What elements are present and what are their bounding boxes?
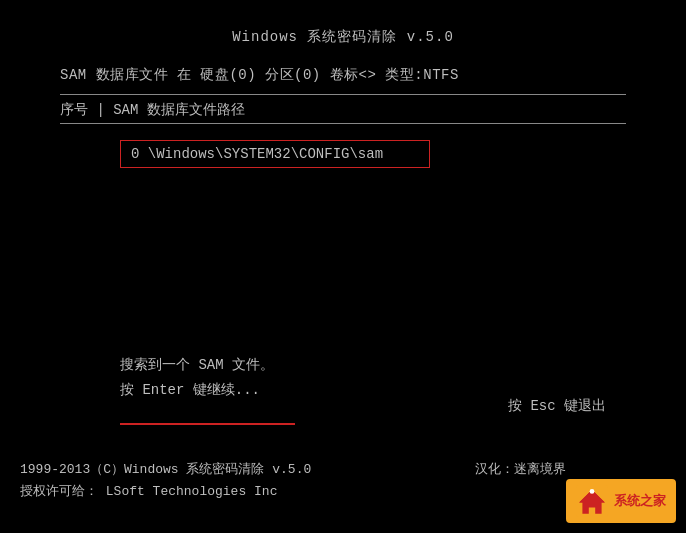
search-underline [120,423,295,425]
footer-left-line2: 授权许可给： LSoft Technologies Inc [20,481,311,503]
separator-2 [60,123,626,124]
watermark: 系统之家 [566,479,676,523]
table-row-selected[interactable]: 0 \Windows\SYSTEM32\CONFIG\sam [120,140,430,168]
house-icon [576,485,608,517]
row-id: 0 [131,146,148,162]
esc-hint-text: 按 Esc 键退出 [508,398,606,414]
footer-right-text: 汉化：迷离境界 [475,462,566,477]
title-bar: Windows 系统密码清除 v.5.0 [0,0,686,46]
info-line: SAM 数据库文件 在 硬盘(0) 分区(0) 卷标<> 类型:NTFS [0,66,686,84]
search-result-line1: 搜索到一个 SAM 文件。 [120,353,274,378]
search-result: 搜索到一个 SAM 文件。 按 Enter 键继续... [120,353,274,403]
watermark-text: 系统之家 [614,492,666,510]
footer-right: 汉化：迷离境界 [475,460,566,478]
table-header: 序号 | SAM 数据库文件路径 [0,95,686,119]
row-path: \Windows\SYSTEM32\CONFIG\sam [148,146,383,162]
svg-point-3 [590,489,595,494]
search-result-line2: 按 Enter 键继续... [120,378,274,403]
esc-hint: 按 Esc 键退出 [508,397,606,415]
title-text: Windows 系统密码清除 v.5.0 [232,29,454,45]
main-screen: Windows 系统密码清除 v.5.0 SAM 数据库文件 在 硬盘(0) 分… [0,0,686,533]
table-header-text: 序号 | SAM 数据库文件路径 [60,102,245,118]
footer-left-line1: 1999-2013（C）Windows 系统密码清除 v.5.0 [20,459,311,481]
footer-left: 1999-2013（C）Windows 系统密码清除 v.5.0 授权许可给： … [20,459,311,503]
info-text: SAM 数据库文件 在 硬盘(0) 分区(0) 卷标<> 类型:NTFS [60,67,459,83]
